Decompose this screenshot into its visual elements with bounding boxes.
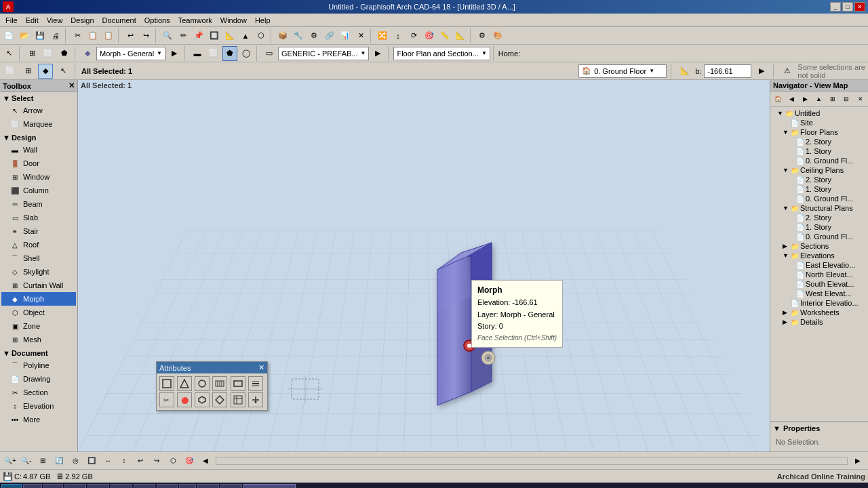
toolbox-stair[interactable]: ≡ Stair bbox=[1, 224, 76, 238]
task-archicad[interactable]: 📐 Archicad bbox=[243, 484, 296, 488]
menu-teamwork[interactable]: Teamwork bbox=[174, 16, 216, 25]
toolbox-curtain-wall[interactable]: ⊞ Curtain Wall bbox=[1, 279, 76, 292]
task-app-1[interactable]: ⬡ bbox=[23, 484, 42, 488]
nav-up-btn[interactable]: ▲ bbox=[812, 93, 825, 105]
tb-save[interactable]: 💾 bbox=[33, 28, 47, 43]
tb-box[interactable]: 📦 bbox=[275, 28, 290, 43]
nav-details[interactable]: ▶ 📁 Details bbox=[772, 317, 867, 327]
tb-updown[interactable]: ↕ bbox=[391, 28, 406, 43]
status-target[interactable]: 🎯 bbox=[182, 454, 197, 468]
attr-btn-4[interactable] bbox=[212, 376, 227, 391]
horizontal-scrollbar[interactable] bbox=[216, 457, 848, 465]
toolbox-close-button[interactable]: ✕ bbox=[68, 81, 75, 90]
task-app-5[interactable]: 📝 bbox=[111, 484, 132, 488]
toolbox-elevation[interactable]: ↕ Elevation bbox=[1, 399, 76, 413]
menu-window[interactable]: Window bbox=[216, 16, 251, 25]
attr-btn-10[interactable] bbox=[212, 392, 227, 407]
mode-btn1[interactable]: ⬜ bbox=[3, 64, 18, 79]
nav-floor-plans[interactable]: ▼ 📁 Floor Plans bbox=[772, 127, 867, 137]
toolbox-more[interactable]: ••• More bbox=[1, 413, 76, 426]
toolbox-slab[interactable]: ▭ Slab bbox=[1, 211, 76, 224]
task-app-4[interactable]: 🌐 bbox=[87, 484, 109, 488]
toolbox-drawing[interactable]: 📄 Drawing bbox=[1, 372, 76, 386]
nav-east-elev[interactable]: 📄 East Elevatio... bbox=[772, 260, 867, 270]
attr-btn-5[interactable] bbox=[231, 376, 245, 391]
design-section-header[interactable]: ▼ Design bbox=[1, 132, 76, 143]
nav-back-btn[interactable]: ◀ bbox=[785, 93, 798, 105]
task-app-3[interactable]: 📁 bbox=[64, 484, 86, 488]
nav-structural-plans[interactable]: ▼ 📁 Structural Plans bbox=[772, 203, 867, 213]
tb2-snap3[interactable]: ⬟ bbox=[57, 46, 72, 61]
status-v[interactable]: ↕ bbox=[117, 454, 132, 468]
status-zoom-out[interactable]: 🔍- bbox=[19, 454, 34, 468]
nav-struct-ground[interactable]: 📄 0. Ground Fl... bbox=[772, 232, 867, 241]
toolbox-door[interactable]: 🚪 Door bbox=[1, 157, 76, 170]
task-app-7[interactable]: Ps bbox=[157, 484, 178, 488]
tb-color[interactable]: 🎨 bbox=[490, 28, 505, 43]
select-section-header[interactable]: ▼ Select bbox=[1, 93, 76, 104]
tb2-snap[interactable]: ⊞ bbox=[24, 46, 39, 61]
morph-type-dropdown[interactable]: Morph - General ▼ bbox=[96, 47, 165, 60]
nav-site[interactable]: 📄 Site bbox=[772, 118, 867, 127]
attr-btn-12[interactable] bbox=[248, 392, 263, 407]
toolbox-column[interactable]: ⬛ Column bbox=[1, 184, 76, 197]
menu-design[interactable]: Design bbox=[66, 16, 98, 25]
attr-btn-2[interactable] bbox=[177, 376, 192, 391]
tb-open[interactable]: 📂 bbox=[17, 28, 32, 43]
tb-shuffle[interactable]: 🔀 bbox=[375, 28, 390, 43]
status-undo[interactable]: ↩ bbox=[133, 454, 148, 468]
scroll-right-btn[interactable]: ▶ bbox=[850, 454, 865, 468]
floor-dropdown[interactable]: 🏠 0. Ground Floor ▼ bbox=[578, 64, 667, 78]
toolbox-roof[interactable]: △ Roof bbox=[1, 238, 76, 251]
nav-ceil-ground[interactable]: 📄 0. Ground Fl... bbox=[772, 194, 867, 203]
material-dropdown[interactable]: GENERIC - PREFAB... ▼ bbox=[278, 47, 369, 60]
tb-measure[interactable]: 📏 bbox=[437, 28, 452, 43]
task-app-9[interactable]: 📊 bbox=[197, 484, 219, 488]
tb-paste[interactable]: 📋 bbox=[101, 28, 116, 43]
status-orbit[interactable]: ◎ bbox=[68, 454, 83, 468]
nav-south-elev[interactable]: 📄 South Elevat... bbox=[772, 279, 867, 289]
nav-ceil-story1[interactable]: 📄 1. Story bbox=[772, 184, 867, 194]
tb-pin[interactable]: 📌 bbox=[191, 28, 206, 43]
toolbox-window[interactable]: ⊞ Window bbox=[1, 170, 76, 184]
title-controls[interactable]: _ □ ✕ bbox=[830, 2, 865, 12]
tb-chart[interactable]: 📊 bbox=[338, 28, 353, 43]
nav-expand-btn[interactable]: ⊞ bbox=[826, 93, 839, 105]
tb-link[interactable]: 🔗 bbox=[322, 28, 337, 43]
coord-expand[interactable]: ▶ bbox=[754, 64, 769, 79]
toolbox-zone[interactable]: ▣ Zone bbox=[1, 319, 76, 333]
status-box[interactable]: 🔲 bbox=[84, 454, 99, 468]
nav-close-btn[interactable]: ✕ bbox=[854, 93, 867, 105]
scroll-left-btn[interactable]: ◀ bbox=[198, 454, 213, 468]
nav-home-btn[interactable]: 🏠 bbox=[772, 93, 785, 105]
document-section-header[interactable]: ▼ Document bbox=[1, 348, 76, 359]
toolbox-beam[interactable]: ═ Beam bbox=[1, 197, 76, 211]
tb-redo[interactable]: ↪ bbox=[138, 28, 153, 43]
toolbox-mesh[interactable]: ⊞ Mesh bbox=[1, 333, 76, 346]
view-dropdown[interactable]: Floor Plan and Section... ▼ bbox=[393, 47, 490, 60]
tb-wrench[interactable]: 🔧 bbox=[291, 28, 306, 43]
tb-compass[interactable]: 📐 bbox=[453, 28, 468, 43]
tb-triangle[interactable]: 📐 bbox=[222, 28, 237, 43]
tb-zoom-in[interactable]: 🔍 bbox=[160, 28, 175, 43]
status-h[interactable]: ↔ bbox=[100, 454, 115, 468]
attr-btn-8[interactable]: 🔴 bbox=[177, 392, 192, 407]
nav-floor-ground[interactable]: 📄 0. Ground Fl... bbox=[772, 156, 867, 165]
status-rotate[interactable]: 🔄 bbox=[52, 454, 66, 468]
tb2-shape4[interactable]: ◯ bbox=[239, 46, 254, 61]
nav-forward-btn[interactable]: ▶ bbox=[799, 93, 812, 105]
tb-x[interactable]: ✕ bbox=[353, 28, 368, 43]
mode-btn3[interactable]: ◆ bbox=[38, 64, 53, 79]
tb-target[interactable]: 🎯 bbox=[422, 28, 437, 43]
attr-close-button[interactable]: ✕ bbox=[258, 363, 264, 372]
nav-west-elev[interactable]: 📄 West Elevat... bbox=[772, 289, 867, 298]
nav-struct-story1[interactable]: 📄 1. Story bbox=[772, 222, 867, 232]
nav-ceiling-plans[interactable]: ▼ 📁 Ceiling Plans bbox=[772, 165, 867, 175]
tb-hex[interactable]: ⬡ bbox=[254, 28, 269, 43]
nav-floor-story2[interactable]: 📄 2. Story bbox=[772, 137, 867, 146]
toolbox-skylight[interactable]: ◇ Skylight bbox=[1, 265, 76, 279]
task-app-6[interactable]: 🎨 bbox=[134, 484, 155, 488]
attr-btn-3[interactable] bbox=[195, 376, 210, 391]
nav-untitled[interactable]: ▼ 📁 Untitled bbox=[772, 108, 867, 118]
nav-struct-story2[interactable]: 📄 2. Story bbox=[772, 213, 867, 222]
